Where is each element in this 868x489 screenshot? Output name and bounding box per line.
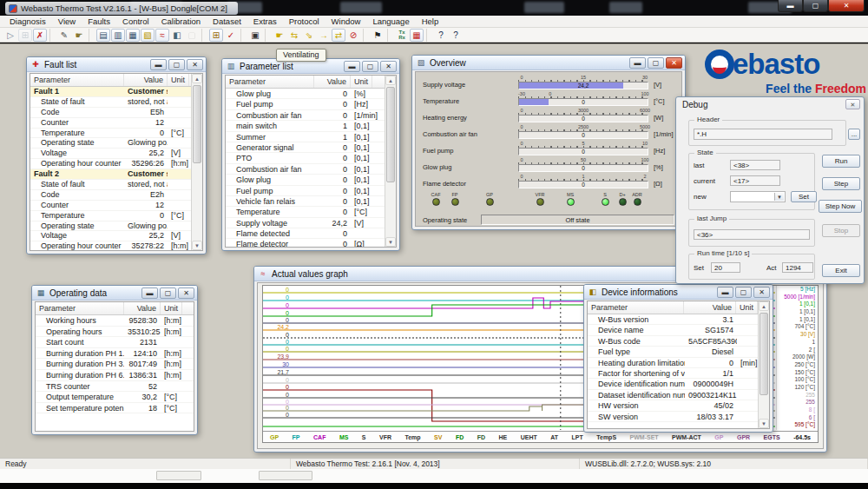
- minimize-button[interactable]: ▬: [150, 59, 167, 70]
- close-icon[interactable]: ✕: [178, 287, 194, 299]
- table-row[interactable]: Voltage25,2[V]: [30, 149, 191, 159]
- connect-icon[interactable]: ▷: [3, 29, 17, 42]
- minimize-button[interactable]: ▬: [344, 61, 360, 72]
- table-row[interactable]: HW version45/02: [588, 400, 758, 411]
- set-button[interactable]: Set: [791, 191, 817, 202]
- scroll-up-icon[interactable]: ▲: [385, 76, 396, 85]
- edit-icon[interactable]: ✎: [57, 29, 71, 42]
- table-row[interactable]: SW version18/03 3.17: [588, 412, 758, 422]
- scroll-down-icon[interactable]: ▼: [759, 419, 769, 428]
- send-icon[interactable]: ⇘: [302, 29, 316, 42]
- help-icon[interactable]: ?: [434, 29, 448, 42]
- table-row[interactable]: Working hours9528:30[h:m]: [36, 315, 194, 327]
- scroll-thumb[interactable]: [386, 87, 395, 182]
- table-row[interactable]: W-Bus version3.1: [588, 314, 758, 325]
- fault-list-titlebar[interactable]: ✚ Fault list ▬ ▢ ✕: [27, 57, 206, 72]
- column-header-parameter[interactable]: Parameter: [36, 302, 124, 314]
- scroll-up-icon[interactable]: ▲: [759, 301, 769, 311]
- table-row[interactable]: Temperature0[°C]: [30, 129, 191, 139]
- minimize-button[interactable]: ▬: [778, 0, 803, 12]
- table-row[interactable]: Operating stateGlowing po...: [30, 221, 191, 232]
- flag-icon[interactable]: ⚑: [371, 29, 385, 42]
- table-row[interactable]: Operating hour counter35296:26[h:m]: [30, 159, 191, 169]
- context-help-icon[interactable]: ?: [449, 29, 463, 42]
- menu-item-calibration[interactable]: Calibration: [155, 17, 207, 26]
- menu-item-view[interactable]: View: [52, 17, 82, 26]
- run-button[interactable]: Run: [822, 155, 860, 168]
- close-icon[interactable]: ✕: [187, 59, 203, 70]
- restore-button[interactable]: ▢: [362, 61, 378, 72]
- step-now-button[interactable]: Step Now: [819, 200, 862, 213]
- minimize-button[interactable]: ▬: [717, 287, 733, 298]
- restore-button[interactable]: ▢: [160, 287, 176, 299]
- runtime-set-field[interactable]: 20: [711, 262, 740, 273]
- table-row[interactable]: Burning duration PH 1...124:10[h:m]: [36, 348, 194, 360]
- maximize-button[interactable]: ▢: [803, 0, 828, 12]
- table-row[interactable]: Temperature0[°C]: [226, 207, 385, 217]
- menu-item-diagnosis[interactable]: Diagnosis: [3, 17, 52, 26]
- table-row[interactable]: State of faultstored, not a...: [30, 180, 191, 190]
- overview-titlebar[interactable]: ▧ Overview ▬ ▢ ✕: [412, 56, 685, 70]
- device-info-scrollbar[interactable]: ▲ ▼: [758, 301, 769, 428]
- column-header-value[interactable]: Value: [684, 301, 736, 314]
- close-icon[interactable]: ✕: [380, 61, 397, 72]
- table-row[interactable]: Device nameSG1574: [588, 325, 758, 335]
- close-icon[interactable]: ✕: [845, 99, 860, 109]
- column-header-parameter[interactable]: Parameter: [588, 301, 684, 314]
- table-row[interactable]: Fault 2Customer s...: [30, 169, 191, 180]
- table-row[interactable]: Fault 1Customer s...: [30, 87, 191, 97]
- exit-button[interactable]: Exit: [822, 264, 860, 277]
- graph-window-icon[interactable]: ≈: [155, 29, 169, 42]
- menu-item-protocol[interactable]: Protocol: [283, 17, 326, 26]
- grid-icon[interactable]: ⊞: [18, 29, 32, 42]
- table-row[interactable]: Generator signal0[0,1]: [226, 142, 385, 153]
- restore-button[interactable]: ▢: [648, 57, 664, 69]
- table-row[interactable]: Supply voltage24,2[V]: [226, 218, 385, 228]
- table-row[interactable]: W-Bus code5A5CF85A3900: [588, 336, 758, 347]
- menu-item-dataset[interactable]: Dataset: [207, 17, 247, 26]
- table-row[interactable]: TRS counter52: [36, 381, 194, 393]
- step-icon[interactable]: →: [317, 29, 331, 42]
- table-row[interactable]: Temperature0[°C]: [30, 211, 191, 221]
- table-row[interactable]: Voltage25,2[V]: [30, 231, 191, 241]
- red-grid-icon[interactable]: ▦: [410, 29, 424, 42]
- swap-icon[interactable]: ⇆: [287, 29, 301, 42]
- scroll-up-icon[interactable]: ▲: [192, 74, 202, 83]
- column-header-value[interactable]: Value: [314, 76, 351, 88]
- table-row[interactable]: Counter12: [30, 118, 191, 129]
- table-row[interactable]: Glow plug0[%]: [226, 89, 385, 99]
- table-row[interactable]: Flame detected0: [226, 228, 385, 239]
- parameter-list-window-icon[interactable]: ▥: [111, 29, 125, 42]
- window-icon[interactable]: ▢: [185, 29, 199, 42]
- table-row[interactable]: Dataset identification num...09003214K11: [588, 390, 758, 400]
- table-row[interactable]: CodeE5h: [30, 108, 191, 118]
- column-header-unit[interactable]: Unit: [736, 301, 758, 314]
- table-row[interactable]: Vehicle fan relais0[0,1]: [226, 196, 385, 207]
- column-header-unit[interactable]: Unit: [168, 74, 189, 86]
- table-row[interactable]: Heating duration limitation0[min]: [588, 358, 758, 368]
- parameter-list-scrollbar[interactable]: ▲ ▼: [385, 76, 396, 247]
- tx-rx-icon[interactable]: Tx Rx: [395, 29, 409, 42]
- minimize-button[interactable]: ▬: [141, 287, 158, 299]
- menu-item-help[interactable]: Help: [416, 17, 445, 26]
- overview-window-icon[interactable]: ▧: [141, 29, 155, 42]
- table-row[interactable]: Fuel typeDiesel: [588, 347, 758, 357]
- column-header-parameter[interactable]: Parameter: [30, 74, 124, 86]
- table-row[interactable]: Set temperature poten...18[°C]: [36, 403, 194, 414]
- browse-button[interactable]: ...: [848, 129, 860, 140]
- device-info-window-icon[interactable]: ◧: [170, 29, 184, 42]
- table-row[interactable]: Glow plug0[0,1]: [226, 175, 385, 185]
- menu-item-extras[interactable]: Extras: [247, 17, 283, 26]
- restore-button[interactable]: ▢: [735, 287, 752, 298]
- menu-item-language[interactable]: Language: [366, 17, 415, 26]
- header-field[interactable]: *.H: [694, 129, 832, 140]
- no-entry-icon[interactable]: ⊘: [346, 29, 360, 42]
- column-header-value[interactable]: Value: [124, 302, 161, 314]
- table-row[interactable]: Burning duration PH 6...1386:31[h:m]: [36, 370, 194, 381]
- chevron-down-icon[interactable]: ▼: [774, 193, 784, 201]
- fault-list-window-icon[interactable]: ▤: [96, 29, 110, 42]
- table-row[interactable]: Operating stateGlowing po...: [30, 138, 191, 149]
- table-row[interactable]: Output temperature30,2[°C]: [36, 392, 194, 403]
- taskbar-button[interactable]: [259, 471, 312, 480]
- new-state-combobox[interactable]: ▼: [730, 191, 786, 202]
